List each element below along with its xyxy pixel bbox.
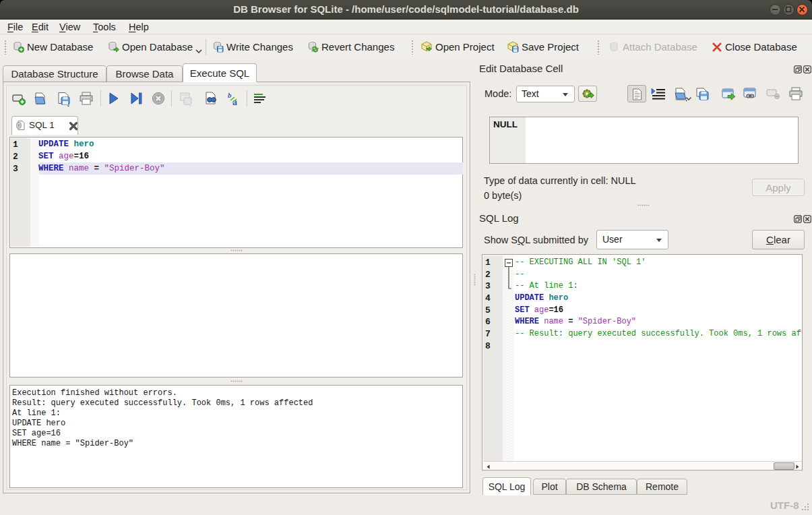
svg-text:b: b: [228, 91, 232, 99]
